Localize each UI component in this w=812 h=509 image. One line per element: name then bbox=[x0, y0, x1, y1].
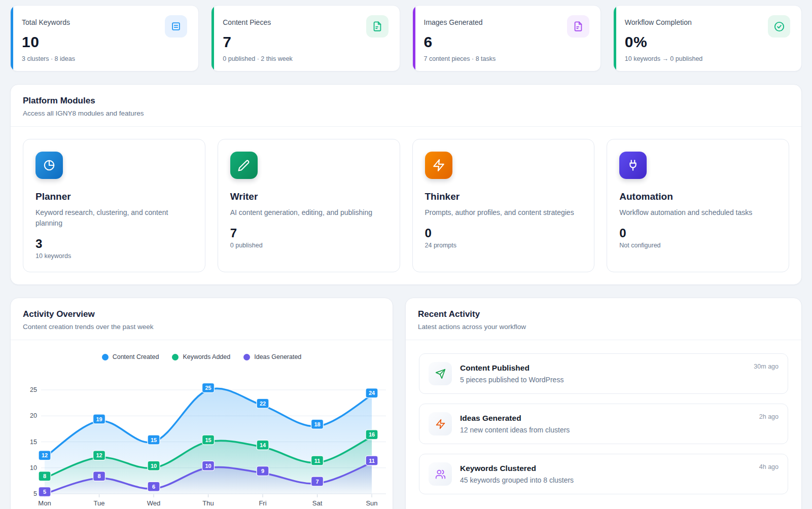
activity-title: Content Published bbox=[460, 363, 754, 373]
svg-text:6: 6 bbox=[152, 484, 155, 490]
svg-text:5: 5 bbox=[43, 489, 46, 495]
activity-chart: 510152025MonTueWedThuFriSatSun1219152522… bbox=[11, 373, 393, 509]
activity-time: 4h ago bbox=[759, 462, 779, 470]
module-name: Automation bbox=[619, 191, 776, 202]
activity-description: 12 new content ideas from clusters bbox=[460, 426, 759, 434]
svg-text:15: 15 bbox=[151, 437, 157, 443]
svg-text:14: 14 bbox=[260, 442, 266, 448]
recent-activity-panel: Recent Activity Latest actions across yo… bbox=[405, 298, 802, 509]
plug-icon bbox=[619, 152, 647, 179]
svg-text:11: 11 bbox=[314, 458, 321, 464]
module-card-automation[interactable]: Automation Workflow automation and sched… bbox=[607, 139, 789, 272]
bottom-row: Activity Overview Content creation trend… bbox=[10, 298, 802, 509]
file-text-icon bbox=[366, 15, 389, 38]
stat-card-content-pieces: Content Pieces 7 0 published · 2 this we… bbox=[211, 5, 400, 71]
legend-dot bbox=[172, 354, 179, 360]
module-description: Workflow automation and scheduled tasks bbox=[619, 207, 776, 218]
activity-title: Ideas Generated bbox=[460, 414, 759, 423]
stat-value: 0% bbox=[625, 33, 790, 51]
file-image-icon bbox=[567, 15, 589, 38]
svg-text:Thu: Thu bbox=[202, 499, 214, 507]
stat-title: Content Pieces bbox=[223, 15, 271, 26]
platform-modules-panel: Platform Modules Access all IGNY8 module… bbox=[10, 84, 802, 285]
zap-icon bbox=[429, 412, 452, 435]
stat-subtitle: 3 clusters · 8 ideas bbox=[22, 55, 187, 62]
svg-text:Sat: Sat bbox=[312, 499, 323, 507]
activity-time: 30m ago bbox=[754, 362, 779, 370]
module-value: 0 bbox=[425, 226, 582, 240]
svg-text:7: 7 bbox=[315, 479, 319, 485]
module-description: Prompts, author profiles, and content st… bbox=[425, 207, 582, 218]
svg-text:15: 15 bbox=[205, 437, 211, 443]
activity-item-keywords-clustered: Keywords Clustered 45 keywords grouped i… bbox=[419, 454, 788, 494]
module-stat: 0 published bbox=[230, 242, 387, 249]
activity-overview-subtitle: Content creation trends over the past we… bbox=[23, 323, 380, 331]
module-stat: 10 keywords bbox=[36, 252, 193, 260]
activity-list: Content Published 5 pieces published to … bbox=[406, 340, 801, 507]
svg-text:25: 25 bbox=[205, 385, 211, 391]
users-icon bbox=[429, 462, 452, 486]
legend-dot bbox=[102, 354, 109, 360]
svg-text:19: 19 bbox=[96, 416, 102, 422]
module-card-writer[interactable]: Writer AI content generation, editing, a… bbox=[218, 139, 400, 272]
stat-value: 6 bbox=[424, 33, 589, 51]
svg-text:9: 9 bbox=[261, 468, 264, 474]
legend-item: Keywords Added bbox=[172, 353, 230, 360]
svg-text:11: 11 bbox=[369, 458, 375, 464]
module-description: Keyword research, clustering, and conten… bbox=[36, 207, 193, 229]
pie-chart-icon bbox=[36, 152, 63, 179]
svg-text:20: 20 bbox=[30, 412, 37, 419]
activity-description: 45 keywords grouped into 8 clusters bbox=[460, 476, 759, 484]
activity-overview-title: Activity Overview bbox=[23, 309, 380, 319]
module-value: 0 bbox=[619, 226, 776, 240]
module-value: 7 bbox=[230, 226, 387, 240]
modules-grid: Planner Keyword research, clustering, an… bbox=[11, 127, 801, 284]
svg-text:15: 15 bbox=[30, 439, 37, 446]
module-stat: 24 prompts bbox=[425, 242, 582, 249]
activity-description: 5 pieces published to WordPress bbox=[460, 376, 754, 384]
svg-text:Mon: Mon bbox=[38, 499, 51, 507]
svg-text:10: 10 bbox=[151, 463, 157, 469]
pencil-icon bbox=[230, 152, 258, 179]
svg-text:10: 10 bbox=[205, 463, 211, 469]
modules-section-title: Platform Modules bbox=[23, 96, 789, 106]
legend-item: Ideas Generated bbox=[243, 353, 301, 360]
legend-item: Content Created bbox=[102, 353, 159, 360]
stat-value: 10 bbox=[22, 33, 187, 51]
svg-text:12: 12 bbox=[42, 452, 48, 458]
stats-row: Total Keywords 10 3 clusters · 8 ideas C… bbox=[10, 5, 802, 71]
stat-card-total-keywords: Total Keywords 10 3 clusters · 8 ideas bbox=[10, 5, 199, 71]
module-name: Thinker bbox=[425, 191, 582, 202]
module-name: Planner bbox=[36, 191, 193, 202]
recent-activity-title: Recent Activity bbox=[418, 309, 789, 319]
divider bbox=[11, 340, 393, 340]
svg-text:Tue: Tue bbox=[94, 499, 105, 507]
svg-text:12: 12 bbox=[96, 452, 102, 458]
module-value: 3 bbox=[36, 237, 193, 251]
stat-subtitle: 7 content pieces · 8 tasks bbox=[424, 55, 589, 62]
activity-title: Keywords Clustered bbox=[460, 464, 759, 473]
stat-title: Images Generated bbox=[424, 15, 483, 26]
svg-text:Sun: Sun bbox=[366, 499, 377, 507]
module-card-thinker[interactable]: Thinker Prompts, author profiles, and co… bbox=[412, 139, 595, 272]
svg-text:10: 10 bbox=[30, 464, 37, 471]
stat-title: Total Keywords bbox=[22, 15, 70, 26]
svg-text:8: 8 bbox=[97, 473, 100, 479]
check-circle-icon bbox=[768, 15, 790, 38]
stat-subtitle: 10 keywords → 0 published bbox=[625, 55, 790, 62]
send-icon bbox=[429, 362, 452, 385]
module-name: Writer bbox=[230, 191, 387, 202]
legend-dot bbox=[243, 354, 250, 360]
module-stat: Not configured bbox=[619, 242, 776, 249]
list-icon bbox=[165, 15, 187, 38]
svg-text:18: 18 bbox=[314, 421, 320, 427]
activity-overview-panel: Activity Overview Content creation trend… bbox=[10, 298, 393, 509]
svg-text:16: 16 bbox=[369, 431, 375, 438]
module-card-planner[interactable]: Planner Keyword research, clustering, an… bbox=[23, 139, 205, 272]
svg-text:8: 8 bbox=[43, 473, 46, 479]
svg-text:Wed: Wed bbox=[147, 499, 161, 507]
zap-icon bbox=[425, 152, 452, 179]
activity-item-ideas-generated: Ideas Generated 12 new content ideas fro… bbox=[419, 404, 788, 444]
activity-time: 2h ago bbox=[759, 412, 779, 420]
svg-text:5: 5 bbox=[33, 490, 37, 497]
